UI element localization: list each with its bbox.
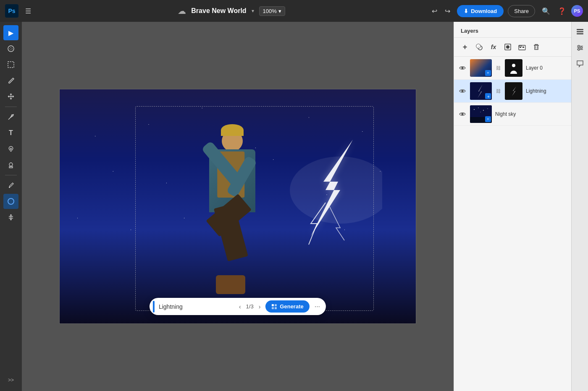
fx-icon: fx — [491, 44, 496, 50]
help-button[interactable]: ❓ — [555, 5, 569, 17]
svg-point-0 — [8, 46, 14, 52]
gradient-icon — [7, 214, 15, 221]
zoom-level: 100% — [263, 8, 277, 14]
layer-row-layer0[interactable]: + ⛓ Layer 0 — [454, 57, 588, 80]
svg-rect-23 — [470, 82, 492, 100]
delete-layer-button[interactable] — [530, 41, 542, 53]
ellipse-icon — [7, 198, 15, 205]
svg-point-1 — [10, 47, 12, 50]
lightning-visibility[interactable] — [458, 87, 467, 95]
layer0-thumbnail: + — [470, 59, 492, 77]
adjustments-panel-toggle[interactable] — [573, 41, 587, 55]
svg-rect-2 — [8, 62, 14, 68]
nightsky-thumbnail: + — [470, 105, 492, 123]
lasso-icon — [7, 45, 15, 52]
nightsky-visibility[interactable] — [458, 110, 467, 118]
exclude-icon — [475, 43, 483, 51]
ellipse-tool-button[interactable] — [3, 194, 18, 209]
select-tool-button[interactable]: ▶ — [3, 25, 18, 40]
eyedropper-tool-button[interactable] — [3, 178, 18, 193]
svg-rect-34 — [577, 33, 583, 34]
svg-point-20 — [462, 67, 464, 69]
svg-point-36 — [580, 47, 582, 49]
topbar-right: ↩ ↪ ⬇ Download Share 🔍 ❓ PS — [429, 5, 583, 17]
generative-fill-bar: ‹ 1/3 › Generate ··· — [150, 298, 326, 315]
pen-tool-button[interactable] — [3, 109, 18, 125]
svg-point-27 — [474, 109, 475, 110]
tool-separator-1 — [5, 107, 17, 107]
page-indicator: 1/3 — [246, 303, 254, 310]
type-tool-button[interactable]: T — [3, 125, 18, 141]
group-icon — [518, 43, 526, 51]
bolt-mask-icon — [508, 85, 520, 97]
svg-point-28 — [478, 107, 479, 108]
comments-icon — [576, 60, 584, 68]
svg-point-21 — [512, 64, 515, 67]
add-layer-button[interactable]: + — [459, 41, 471, 53]
layer0-mask-thumbnail — [505, 59, 522, 77]
mask-button[interactable] — [502, 41, 514, 53]
nightsky-gen-badge: + — [485, 116, 491, 122]
tool-separator-2 — [5, 175, 17, 175]
marquee-icon — [7, 61, 15, 68]
gen-next-button[interactable]: › — [256, 302, 263, 312]
user-avatar[interactable]: PS — [571, 5, 583, 17]
download-icon: ⬇ — [464, 8, 468, 14]
gradient-tool-button[interactable] — [3, 210, 18, 225]
project-name[interactable]: Brave New World — [191, 7, 246, 15]
fx-button[interactable]: fx — [488, 41, 499, 53]
layers-toolbar: + fx — [454, 38, 588, 57]
move-tool-button[interactable] — [3, 89, 18, 104]
layers-header: Layers — [454, 22, 588, 38]
stamp-icon — [7, 161, 15, 169]
svg-point-24 — [462, 113, 464, 115]
heal-tool-button[interactable] — [3, 141, 18, 156]
share-button[interactable]: Share — [508, 5, 535, 17]
pen-icon — [7, 113, 15, 121]
main-layout: ▶ — [0, 22, 588, 391]
undo-button[interactable]: ↩ — [429, 5, 440, 17]
svg-point-14 — [476, 44, 480, 48]
group-button[interactable] — [516, 41, 528, 53]
search-button[interactable]: 🔍 — [539, 5, 553, 17]
lightning-link-icon: ⛓ — [495, 89, 501, 94]
zoom-control[interactable]: 100% ▾ — [259, 6, 285, 16]
gen-prev-button[interactable]: ‹ — [236, 302, 244, 312]
topbar-icons: 🔍 ❓ PS — [539, 5, 583, 17]
ps-logo: Ps — [5, 4, 18, 18]
exclude-button[interactable] — [473, 41, 485, 53]
eye-icon — [459, 65, 466, 71]
nightsky-thumb-bg: + — [470, 105, 492, 123]
svg-point-31 — [480, 112, 480, 112]
svg-rect-11 — [275, 307, 277, 309]
mask-icon — [504, 43, 512, 51]
download-label: Download — [471, 8, 497, 14]
gen-fill-input[interactable] — [157, 302, 234, 311]
lasso-tool-button[interactable] — [3, 41, 18, 56]
download-button[interactable]: ⬇ Download — [457, 5, 504, 17]
generate-button[interactable]: Generate — [265, 300, 309, 313]
gen-more-button[interactable]: ··· — [312, 301, 323, 312]
lightning-thumb-bg: + — [470, 82, 492, 100]
layer-row-nightsky[interactable]: + Night sky — [454, 103, 588, 126]
lightning-gen-badge: + — [485, 93, 491, 99]
canvas[interactable]: ‹ 1/3 › Generate ··· — [59, 89, 416, 324]
stamp-tool-button[interactable] — [3, 157, 18, 172]
menu-button[interactable]: ☰ — [23, 5, 34, 17]
svg-rect-33 — [577, 31, 583, 32]
layer-row-lightning[interactable]: + ⛓ Lightning — [454, 80, 588, 103]
move-icon — [7, 93, 15, 100]
marquee-tool-button[interactable] — [3, 57, 18, 72]
project-dropdown-icon[interactable]: ▾ — [252, 8, 254, 14]
redo-button[interactable]: ↪ — [442, 5, 453, 17]
layers-panel-toggle[interactable] — [573, 25, 587, 39]
eyedropper-icon — [7, 182, 15, 189]
svg-rect-9 — [275, 304, 277, 306]
svg-point-6 — [8, 198, 14, 204]
layer0-visibility[interactable] — [458, 64, 467, 72]
brush-tool-button[interactable] — [3, 73, 18, 88]
zoom-dropdown-icon: ▾ — [278, 8, 281, 14]
expand-tools-button[interactable]: >> — [3, 373, 18, 388]
comments-panel-toggle[interactable] — [573, 57, 587, 70]
cloud-icon: ☁ — [178, 6, 186, 16]
